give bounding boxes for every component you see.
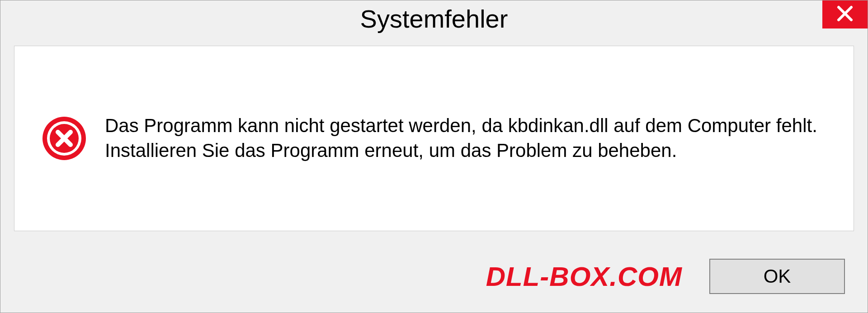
footer-area: DLL-BOX.COM OK — [0, 240, 868, 313]
close-icon — [837, 5, 853, 24]
error-icon — [42, 116, 87, 161]
dialog-title: Systemfehler — [360, 4, 508, 33]
error-message: Das Programm kann nicht gestartet werden… — [105, 114, 826, 163]
watermark-text: DLL-BOX.COM — [486, 261, 682, 292]
ok-button[interactable]: OK — [709, 259, 845, 294]
content-area: Das Programm kann nicht gestartet werden… — [14, 46, 854, 231]
titlebar: Systemfehler — [0, 0, 868, 37]
error-dialog: Systemfehler Das Programm kann nicht ges… — [0, 0, 868, 313]
close-button[interactable] — [822, 0, 868, 28]
